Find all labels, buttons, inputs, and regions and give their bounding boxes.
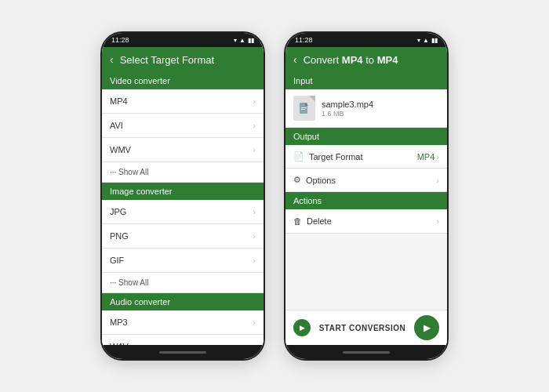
options-label: Options (306, 176, 336, 185)
battery-icon: ▮▮ (248, 37, 254, 44)
format-item-avi[interactable]: AVI › (102, 114, 264, 138)
section-header-actions: Actions (285, 192, 447, 209)
title-format-from: MP4 (342, 54, 363, 66)
format-label-png: PNG (110, 231, 129, 241)
section-header-video: Video converter (102, 72, 264, 89)
chevron-icon-avi: › (253, 121, 256, 130)
battery-icon-right: ▮▮ (431, 37, 438, 44)
phone-right: 11:28 ▾ ▲ ▮▮ ‹ Convert MP4 to MP4 Input (284, 31, 449, 361)
target-format-icon: 📄 (293, 151, 304, 162)
play-arrow-small: ▶ (300, 324, 305, 332)
wifi-icon: ▾ (234, 37, 237, 44)
format-label-gif: GIF (110, 256, 124, 265)
start-conversion-bar: ▶ START CONVERSION ▶ (285, 310, 447, 345)
home-bar-right (343, 351, 390, 354)
play-arrow-big: ▶ (424, 322, 431, 333)
status-bar-right: 11:28 ▾ ▲ ▮▮ (285, 33, 447, 47)
wifi-icon-right: ▾ (417, 37, 420, 44)
time-left: 11:28 (111, 36, 129, 44)
target-format-val-text: MP4 (417, 152, 435, 162)
document-svg-icon (299, 102, 310, 114)
options-chevron: › (436, 176, 439, 185)
status-icons-right: ▾ ▲ ▮▮ (417, 37, 438, 44)
format-label-mp4: MP4 (110, 96, 128, 106)
conversion-screen: Input sample3.mp4 1.6 MB Output 📄 Target… (285, 72, 447, 310)
section-header-input: Input (285, 72, 447, 89)
file-name: sample3.mp4 (322, 100, 373, 109)
show-all-image-label: ··· Show All (110, 278, 148, 287)
target-format-value: MP4 › (417, 152, 439, 162)
title-middle: to (363, 54, 377, 66)
signal-icon-right: ▲ (423, 37, 429, 44)
format-label-jpg: JPG (110, 207, 126, 216)
chevron-icon-gif: › (253, 256, 256, 265)
format-item-wmv[interactable]: WMV › (102, 138, 264, 162)
home-indicator-right (285, 345, 447, 359)
back-button-left[interactable]: ‹ (110, 53, 114, 66)
back-button-right[interactable]: ‹ (293, 53, 297, 66)
options-icon: ⚙ (293, 175, 301, 185)
start-conversion-button[interactable]: ▶ (414, 315, 439, 340)
format-item-jpg[interactable]: JPG › (102, 200, 264, 224)
delete-left: 🗑 Delete (293, 216, 332, 226)
phone-left: 11:28 ▾ ▲ ▮▮ ‹ Select Target Format Vide… (100, 31, 265, 361)
section-header-audio: Audio converter (102, 293, 264, 310)
doc-line1 (301, 107, 307, 108)
format-item-mp4[interactable]: MP4 › (102, 89, 264, 114)
title-format-to: MP4 (377, 54, 398, 66)
format-label-mp3: MP3 (110, 318, 128, 327)
show-all-video[interactable]: ··· Show All (102, 162, 264, 183)
app-bar-right: ‹ Convert MP4 to MP4 (285, 47, 447, 72)
chevron-icon-mp4: › (253, 96, 256, 106)
status-bar-left: 11:28 ▾ ▲ ▮▮ (102, 33, 264, 47)
file-size: 1.6 MB (322, 110, 373, 118)
section-header-image: Image converter (102, 183, 264, 200)
signal-icon: ▲ (239, 37, 245, 44)
input-file-row: sample3.mp4 1.6 MB (285, 89, 447, 128)
format-label-wmv: WMV (110, 145, 131, 154)
delete-label: Delete (307, 216, 332, 226)
output-target-format-row[interactable]: 📄 Target Format MP4 › (285, 145, 447, 169)
screen-title-right: Convert MP4 to MP4 (304, 54, 398, 66)
options-left: ⚙ Options (293, 175, 336, 185)
output-options-row[interactable]: ⚙ Options › (285, 169, 447, 192)
format-item-mp3[interactable]: MP3 › (102, 310, 264, 335)
title-prefix: Convert (304, 54, 342, 66)
target-format-label: Target Format (309, 152, 362, 162)
section-header-output: Output (285, 128, 447, 145)
format-label-avi: AVI (110, 121, 123, 130)
format-list: Video converter MP4 › AVI › WMV › ··· Sh… (102, 72, 264, 345)
app-bar-left: ‹ Select Target Format (102, 47, 264, 72)
target-format-chevron: › (436, 152, 439, 162)
start-conversion-label[interactable]: START CONVERSION (319, 324, 406, 332)
show-all-video-label: ··· Show All (110, 168, 148, 176)
time-right: 11:28 (295, 36, 313, 44)
doc-line2 (301, 109, 305, 110)
file-icon (293, 96, 315, 121)
start-play-icon-small[interactable]: ▶ (293, 319, 311, 336)
delete-icon: 🗑 (293, 216, 302, 226)
home-bar-left (159, 351, 206, 354)
show-all-image[interactable]: ··· Show All (102, 273, 264, 293)
chevron-icon-jpg: › (253, 207, 256, 216)
chevron-icon-mp3: › (253, 318, 256, 327)
delete-chevron: › (436, 216, 439, 226)
screen-title-left: Select Target Format (120, 54, 214, 66)
chevron-icon-wmv: › (253, 145, 256, 154)
target-format-left: 📄 Target Format (293, 151, 362, 162)
home-indicator-left (102, 345, 264, 359)
chevron-icon-png: › (253, 231, 256, 241)
format-item-wav[interactable]: WAV › (102, 335, 264, 345)
format-item-png[interactable]: PNG › (102, 224, 264, 249)
format-item-gif[interactable]: GIF › (102, 249, 264, 273)
spacer (285, 234, 447, 265)
delete-row[interactable]: 🗑 Delete › (285, 209, 447, 234)
status-icons-left: ▾ ▲ ▮▮ (234, 37, 254, 44)
file-info: sample3.mp4 1.6 MB (322, 100, 373, 118)
